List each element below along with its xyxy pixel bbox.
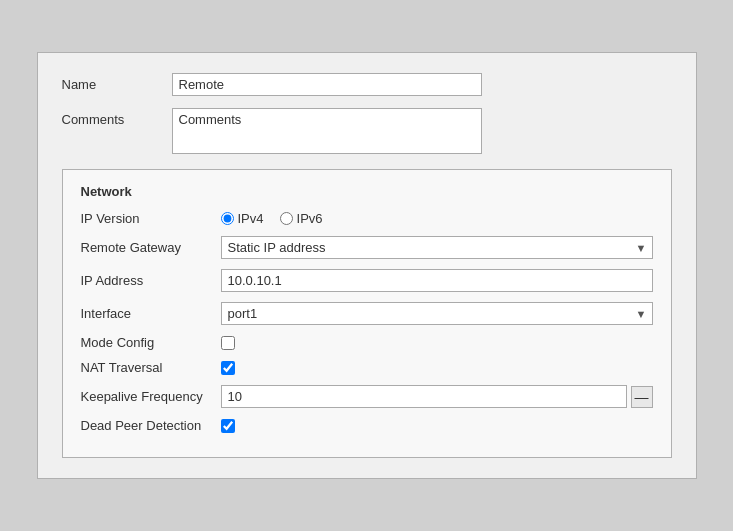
mode-config-label: Mode Config (81, 335, 221, 350)
dead-peer-label: Dead Peer Detection (81, 418, 221, 433)
keepalive-row: Keepalive Frequency — (81, 385, 653, 408)
ip-version-label: IP Version (81, 211, 221, 226)
main-container: Name Comments Comments Network IP Versio… (37, 52, 697, 479)
nat-traversal-row: NAT Traversal (81, 360, 653, 375)
remote-gateway-row: Remote Gateway Static IP address Dialup … (81, 236, 653, 259)
interface-select-wrapper: port1 port2 port3 ▼ (221, 302, 653, 325)
comments-row: Comments Comments (62, 108, 672, 157)
ipv6-label: IPv6 (297, 211, 323, 226)
comments-field-wrapper: Comments (172, 108, 482, 157)
dead-peer-row: Dead Peer Detection (81, 418, 653, 433)
ipv4-radio[interactable] (221, 212, 234, 225)
ipv6-radio[interactable] (280, 212, 293, 225)
ip-address-input[interactable] (221, 269, 653, 292)
keepalive-input[interactable] (221, 385, 627, 408)
nat-traversal-label: NAT Traversal (81, 360, 221, 375)
network-section: Network IP Version IPv4 IPv6 Remote Gate… (62, 169, 672, 458)
ipv6-radio-label[interactable]: IPv6 (280, 211, 323, 226)
mode-config-checkbox[interactable] (221, 336, 235, 350)
remote-gateway-label: Remote Gateway (81, 240, 221, 255)
ipv4-label: IPv4 (238, 211, 264, 226)
ip-address-row: IP Address (81, 269, 653, 292)
name-field-wrapper (172, 73, 482, 96)
interface-row: Interface port1 port2 port3 ▼ (81, 302, 653, 325)
name-input[interactable] (172, 73, 482, 96)
comments-label: Comments (62, 108, 172, 127)
keepalive-control: — (221, 385, 653, 408)
remote-gateway-select-wrapper: Static IP address Dialup User Dynamic DN… (221, 236, 653, 259)
ip-version-control: IPv4 IPv6 (221, 211, 653, 226)
mode-config-row: Mode Config (81, 335, 653, 350)
remote-gateway-select[interactable]: Static IP address Dialup User Dynamic DN… (221, 236, 653, 259)
ip-address-label: IP Address (81, 273, 221, 288)
ipv4-radio-label[interactable]: IPv4 (221, 211, 264, 226)
nat-traversal-control (221, 361, 653, 375)
interface-select[interactable]: port1 port2 port3 (221, 302, 653, 325)
keepalive-minus-button[interactable]: — (631, 386, 653, 408)
ip-version-row: IP Version IPv4 IPv6 (81, 211, 653, 226)
remote-gateway-control: Static IP address Dialup User Dynamic DN… (221, 236, 653, 259)
keepalive-label: Keepalive Frequency (81, 389, 221, 404)
name-row: Name (62, 73, 672, 96)
dead-peer-control (221, 419, 653, 433)
mode-config-control (221, 336, 653, 350)
comments-textarea[interactable]: Comments (172, 108, 482, 154)
name-label: Name (62, 73, 172, 92)
interface-label: Interface (81, 306, 221, 321)
ip-address-control (221, 269, 653, 292)
network-section-title: Network (81, 184, 653, 199)
nat-traversal-checkbox[interactable] (221, 361, 235, 375)
dead-peer-checkbox[interactable] (221, 419, 235, 433)
interface-control: port1 port2 port3 ▼ (221, 302, 653, 325)
